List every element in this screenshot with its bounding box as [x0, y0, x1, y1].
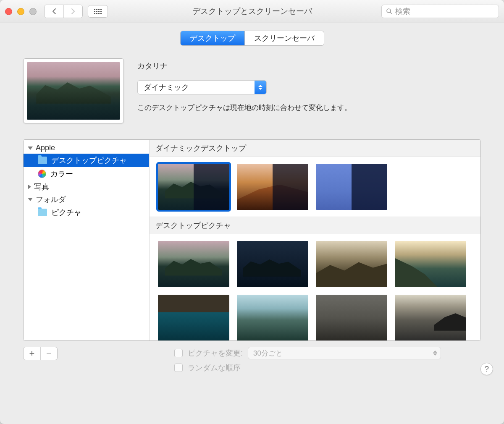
section-desktop-pictures: デスクトップピクチャ [150, 217, 480, 234]
disclosure-triangle-icon [28, 198, 33, 201]
disclosure-triangle-icon [28, 147, 33, 150]
nav-buttons [44, 5, 83, 18]
tab-desktop[interactable]: デスクトップ [181, 31, 244, 45]
sidebar-item-desktop-pictures[interactable]: デスクトップピクチャ [24, 154, 149, 167]
wallpaper-thumb[interactable] [237, 164, 308, 210]
wallpaper-thumb[interactable] [395, 241, 466, 287]
color-wheel-icon [38, 170, 46, 178]
mode-hint: このデスクトップピクチャは現在地の時刻に合わせて変化します。 [137, 103, 481, 113]
source-sidebar: Apple デスクトップピクチャ カラー 写真 フォルダ [24, 140, 150, 340]
wallpaper-thumb[interactable] [158, 164, 229, 210]
random-order-label: ランダムな順序 [188, 363, 241, 373]
sidebar-item-colors[interactable]: カラー [24, 167, 149, 181]
window-controls [5, 8, 37, 15]
close-button[interactable] [5, 8, 12, 15]
zoom-button-disabled [29, 8, 37, 15]
interval-select: 30分ごと [248, 347, 441, 359]
search-placeholder: 検索 [395, 6, 410, 16]
window-title: デスクトップとスクリーンセーバ [192, 6, 312, 17]
add-remove-folder: + − [23, 347, 58, 360]
add-folder-button[interactable]: + [24, 347, 40, 360]
mode-select[interactable]: ダイナミック [137, 80, 267, 94]
current-wallpaper-preview [23, 58, 124, 123]
sidebar-group-photos[interactable]: 写真 [24, 181, 149, 193]
wallpaper-thumb[interactable] [237, 295, 308, 340]
wallpaper-name: カタリナ [137, 61, 481, 71]
mode-select-value: ダイナミック [138, 82, 189, 92]
back-button[interactable] [45, 5, 63, 18]
svg-line-1 [390, 12, 392, 14]
sidebar-item-pictures[interactable]: ピクチャ [24, 206, 149, 219]
wallpaper-thumb[interactable] [237, 241, 308, 287]
wallpaper-thumbnail [27, 62, 120, 120]
wallpaper-thumb[interactable] [158, 295, 229, 340]
chevron-updown-icon [255, 81, 266, 94]
grid-icon [94, 9, 102, 14]
search-input[interactable]: 検索 [381, 5, 499, 18]
forward-button[interactable] [63, 5, 82, 18]
disclosure-triangle-icon [28, 184, 31, 189]
show-all-button[interactable] [88, 5, 108, 18]
wallpaper-thumb[interactable] [395, 295, 466, 340]
chevron-updown-icon [433, 351, 437, 356]
tab-control: デスクトップ スクリーンセーバ [180, 31, 324, 46]
section-dynamic-desktop: ダイナミックデスクトップ [150, 140, 480, 157]
sidebar-group-apple[interactable]: Apple [24, 142, 149, 154]
wallpaper-thumb[interactable] [316, 164, 387, 210]
random-order-checkbox [174, 364, 183, 372]
folder-icon [38, 157, 47, 164]
wallpaper-thumb[interactable] [316, 295, 387, 340]
minimize-button[interactable] [17, 8, 24, 15]
wallpaper-gallery[interactable]: ダイナミックデスクトップ デスクトップピクチャ [150, 140, 480, 340]
sidebar-group-folders[interactable]: フォルダ [24, 193, 149, 206]
tab-screensaver[interactable]: スクリーンセーバ [244, 31, 324, 45]
search-icon [386, 8, 393, 15]
wallpaper-thumb[interactable] [158, 241, 229, 287]
titlebar: デスクトップとスクリーンセーバ 検索 [0, 0, 504, 23]
wallpaper-thumb[interactable] [316, 241, 387, 287]
remove-folder-button: − [40, 347, 57, 360]
change-picture-label: ピクチャを変更: [188, 348, 243, 358]
change-picture-checkbox[interactable] [174, 349, 183, 357]
folder-icon [38, 209, 47, 216]
help-button[interactable]: ? [480, 363, 493, 375]
